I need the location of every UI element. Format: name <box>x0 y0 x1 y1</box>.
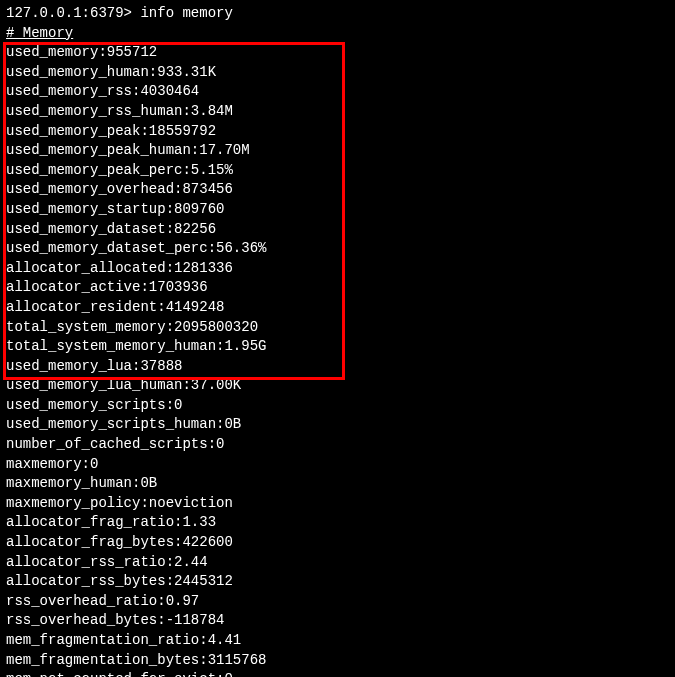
output-line: rss_overhead_bytes:-118784 <box>6 611 669 631</box>
remaining-output-block: used_memory_lua_human:37.00Kused_memory_… <box>6 376 669 677</box>
output-line: used_memory_human:933.31K <box>6 63 669 83</box>
output-line: rss_overhead_ratio:0.97 <box>6 592 669 612</box>
output-line: used_memory_peak_human:17.70M <box>6 141 669 161</box>
output-line: maxmemory_human:0B <box>6 474 669 494</box>
output-line: allocator_allocated:1281336 <box>6 259 669 279</box>
highlighted-output-block: used_memory:955712used_memory_human:933.… <box>6 43 669 376</box>
output-line: used_memory_scripts_human:0B <box>6 415 669 435</box>
section-header: # Memory <box>6 24 669 44</box>
output-line: used_memory_rss:4030464 <box>6 82 669 102</box>
output-line: used_memory_overhead:873456 <box>6 180 669 200</box>
output-line: used_memory_peak_perc:5.15% <box>6 161 669 181</box>
output-line: used_memory_peak:18559792 <box>6 122 669 142</box>
output-line: mem_not_counted_for_evict:0 <box>6 670 669 677</box>
output-line: used_memory_lua_human:37.00K <box>6 376 669 396</box>
output-line: used_memory_dataset_perc:56.36% <box>6 239 669 259</box>
output-line: used_memory_rss_human:3.84M <box>6 102 669 122</box>
output-line: used_memory_dataset:82256 <box>6 220 669 240</box>
output-line: maxmemory_policy:noeviction <box>6 494 669 514</box>
output-line: total_system_memory_human:1.95G <box>6 337 669 357</box>
output-line: mem_fragmentation_bytes:3115768 <box>6 651 669 671</box>
command-text: info memory <box>140 5 232 21</box>
output-line: used_memory:955712 <box>6 43 669 63</box>
output-line: allocator_rss_ratio:2.44 <box>6 553 669 573</box>
output-line: used_memory_lua:37888 <box>6 357 669 377</box>
terminal-output: 127.0.0.1:6379> info memory # Memory use… <box>6 4 669 677</box>
output-line: allocator_rss_bytes:2445312 <box>6 572 669 592</box>
output-line: total_system_memory:2095800320 <box>6 318 669 338</box>
output-line: allocator_resident:4149248 <box>6 298 669 318</box>
output-line: mem_fragmentation_ratio:4.41 <box>6 631 669 651</box>
output-line: number_of_cached_scripts:0 <box>6 435 669 455</box>
command-prompt-line: 127.0.0.1:6379> info memory <box>6 4 669 24</box>
output-line: maxmemory:0 <box>6 455 669 475</box>
output-line: allocator_active:1703936 <box>6 278 669 298</box>
output-line: allocator_frag_bytes:422600 <box>6 533 669 553</box>
output-line: used_memory_startup:809760 <box>6 200 669 220</box>
prompt-text: 127.0.0.1:6379> <box>6 5 140 21</box>
output-line: used_memory_scripts:0 <box>6 396 669 416</box>
output-line: allocator_frag_ratio:1.33 <box>6 513 669 533</box>
